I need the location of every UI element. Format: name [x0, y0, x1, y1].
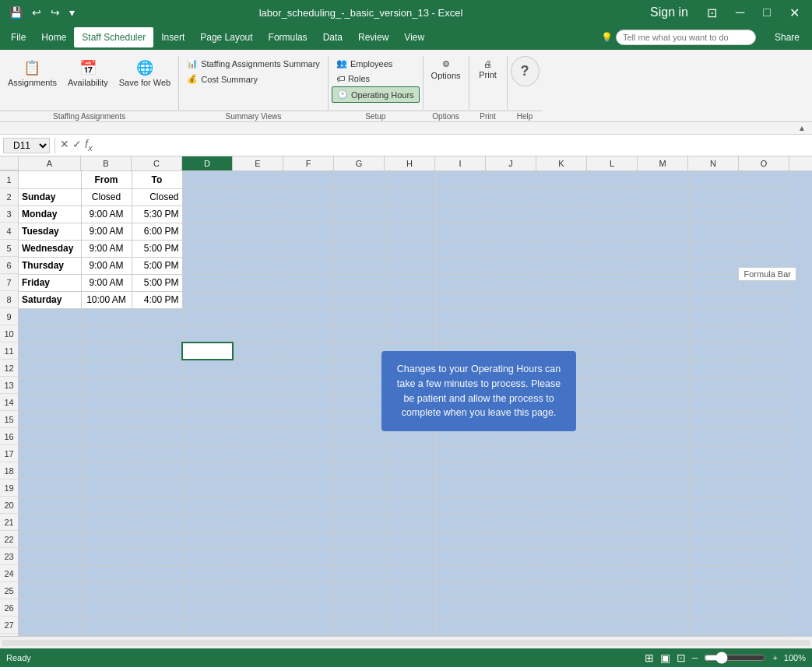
cell-r26-c4[interactable]	[233, 599, 283, 617]
cell-r3-c4[interactable]	[233, 206, 283, 223]
menu-home[interactable]: Home	[33, 27, 74, 47]
cell-r7-c10[interactable]	[536, 274, 587, 291]
cell-r18-c10[interactable]	[536, 462, 587, 480]
roles-button[interactable]: 🏷 Roles	[332, 72, 420, 86]
insert-function-icon[interactable]: fx	[85, 138, 93, 153]
cell-r5-c3[interactable]	[182, 240, 233, 257]
cell-r24-c9[interactable]	[486, 565, 536, 582]
cell-r22-c13[interactable]	[688, 531, 739, 548]
restore-button[interactable]: □	[757, 2, 777, 23]
cell-r13-c1[interactable]	[81, 377, 132, 394]
cell-r21-c14[interactable]	[739, 514, 789, 531]
cell-r5-c8[interactable]	[435, 240, 486, 257]
cell-r9-c8[interactable]	[435, 308, 486, 325]
cancel-formula-icon[interactable]: ✕	[60, 138, 69, 153]
col-header-j[interactable]: J	[486, 156, 536, 170]
cell-r2-c9[interactable]	[486, 188, 536, 206]
cell-r22-c6[interactable]	[334, 531, 385, 548]
cell-reference-box[interactable]: D11	[3, 138, 50, 153]
cell-r25-c2[interactable]	[132, 582, 182, 599]
cell-r9-c14[interactable]	[739, 308, 789, 325]
cell-r23-c6[interactable]	[334, 548, 385, 565]
cell-r8-c5[interactable]	[283, 291, 334, 308]
cell-r13-c11[interactable]	[587, 377, 638, 394]
cell-r1-c2[interactable]: To	[132, 171, 182, 188]
help-button[interactable]: ?	[511, 56, 540, 86]
cell-r23-c7[interactable]	[385, 548, 435, 565]
cell-r27-c0[interactable]	[19, 617, 81, 634]
cell-r1-c1[interactable]: From	[81, 171, 132, 188]
cell-r25-c14[interactable]	[739, 582, 789, 599]
cell-r5-c5[interactable]	[283, 240, 334, 257]
cell-r20-c10[interactable]	[536, 497, 587, 514]
cell-r23-c4[interactable]	[233, 548, 283, 565]
cell-r15-c13[interactable]	[688, 411, 739, 428]
cell-r4-c13[interactable]	[688, 223, 739, 240]
cell-r17-c1[interactable]	[81, 445, 132, 462]
cell-r19-c3[interactable]	[182, 480, 233, 497]
cell-r2-c8[interactable]	[435, 188, 486, 206]
row-header-2[interactable]: 2	[0, 188, 18, 206]
cell-r19-c6[interactable]	[334, 480, 385, 497]
cell-r9-c1[interactable]	[81, 308, 132, 325]
row-header-17[interactable]: 17	[0, 445, 18, 462]
cell-r15-c5[interactable]	[283, 411, 334, 428]
cell-r12-c13[interactable]	[688, 360, 739, 377]
cell-r11-c11[interactable]	[587, 343, 638, 360]
cell-r6-c0[interactable]: Thursday	[19, 257, 81, 274]
cell-r14-c5[interactable]	[283, 394, 334, 411]
cell-r4-c9[interactable]	[486, 223, 536, 240]
cell-r19-c10[interactable]	[536, 480, 587, 497]
cell-r25-c3[interactable]	[182, 582, 233, 599]
cell-r26-c3[interactable]	[182, 599, 233, 617]
col-header-f[interactable]: F	[283, 156, 334, 170]
cell-r16-c6[interactable]	[334, 428, 385, 445]
cell-r16-c4[interactable]	[233, 428, 283, 445]
row-header-10[interactable]: 10	[0, 325, 18, 343]
cell-r3-c7[interactable]	[385, 206, 435, 223]
cell-r15-c14[interactable]	[739, 411, 789, 428]
cell-r21-c6[interactable]	[334, 514, 385, 531]
cell-r11-c14[interactable]	[739, 343, 789, 360]
cell-r14-c2[interactable]	[132, 394, 182, 411]
cell-r8-c9[interactable]	[486, 291, 536, 308]
cell-r6-c8[interactable]	[435, 257, 486, 274]
cell-r23-c1[interactable]	[81, 548, 132, 565]
cell-r6-c5[interactable]	[283, 257, 334, 274]
cell-r10-c7[interactable]	[385, 325, 435, 343]
cell-r17-c14[interactable]	[739, 445, 789, 462]
cell-r2-c1[interactable]: Closed	[81, 188, 132, 206]
cell-r2-c2[interactable]: Closed	[132, 188, 182, 206]
cell-r9-c0[interactable]	[19, 308, 81, 325]
cell-r10-c11[interactable]	[587, 325, 638, 343]
cell-r27-c13[interactable]	[688, 617, 739, 634]
cell-r27-c12[interactable]	[638, 617, 688, 634]
cell-r3-c12[interactable]	[638, 206, 688, 223]
cell-r21-c5[interactable]	[283, 514, 334, 531]
cell-r9-c6[interactable]	[334, 308, 385, 325]
cell-r26-c12[interactable]	[638, 599, 688, 617]
cell-r12-c2[interactable]	[132, 360, 182, 377]
cell-r4-c5[interactable]	[283, 223, 334, 240]
row-header-23[interactable]: 23	[0, 548, 18, 565]
col-header-d[interactable]: D	[182, 156, 233, 170]
cell-r24-c13[interactable]	[688, 565, 739, 582]
cell-r9-c7[interactable]	[385, 308, 435, 325]
cell-r1-c3[interactable]	[182, 171, 233, 188]
cell-r17-c7[interactable]	[385, 445, 435, 462]
cell-r27-c7[interactable]	[385, 617, 435, 634]
cell-r13-c4[interactable]	[233, 377, 283, 394]
cell-r11-c0[interactable]	[19, 343, 81, 360]
cell-r8-c13[interactable]	[688, 291, 739, 308]
cell-r27-c8[interactable]	[435, 617, 486, 634]
cell-r4-c14[interactable]	[739, 223, 789, 240]
availability-button[interactable]: 📅 Availability	[63, 56, 113, 90]
cell-r27-c2[interactable]	[132, 617, 182, 634]
cell-r3-c6[interactable]	[334, 206, 385, 223]
cell-r11-c5[interactable]	[283, 343, 334, 360]
cell-r5-c13[interactable]	[688, 240, 739, 257]
cell-r27-c1[interactable]	[81, 617, 132, 634]
cell-r6-c9[interactable]	[486, 257, 536, 274]
cell-r4-c8[interactable]	[435, 223, 486, 240]
col-header-e[interactable]: E	[233, 156, 283, 170]
